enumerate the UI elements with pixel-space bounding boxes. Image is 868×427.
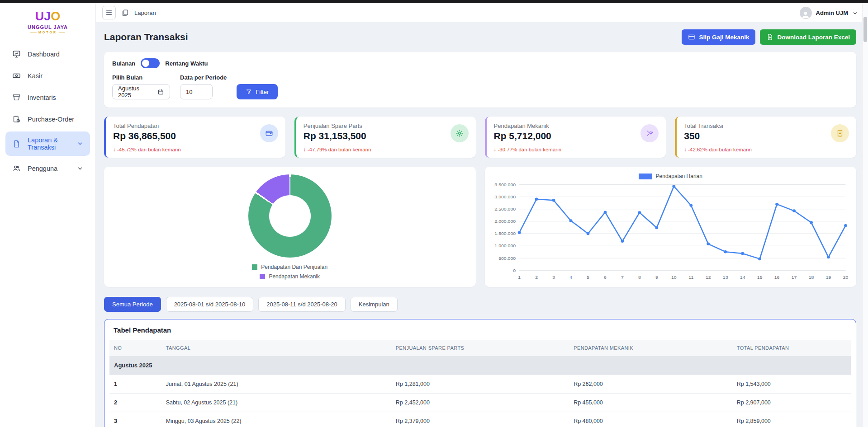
receipt-icon: [831, 124, 849, 142]
wallet-icon: [260, 124, 278, 142]
cell-pendapatan-mekanik: Rp 262,000: [569, 375, 732, 394]
sidebar-item-label: Laporan & Transaksi: [28, 136, 70, 151]
sidebar-toggle-button[interactable]: [102, 6, 116, 19]
toggle-label-bulanan: Bulanan: [112, 60, 135, 67]
daily-revenue-chart-card: Pendapatan Harian 0500.0001.000.0001.500…: [485, 167, 857, 287]
tab-kesimpulan[interactable]: Kesimpulan: [351, 297, 398, 312]
line-legend-swatch: [639, 174, 652, 179]
documents-icon: [121, 9, 129, 17]
stat-delta: ↓ -42.62% dari bulan kemarin: [684, 147, 849, 152]
avatar: [800, 7, 812, 19]
tools-icon: [640, 124, 659, 142]
sidebar-item-label: Purchase-Order: [28, 116, 74, 123]
data-per-periode-input[interactable]: [180, 84, 213, 99]
cell-tanggal: Sabtu, 02 Agustus 2025 (21): [161, 394, 391, 412]
revenue-composition-chart-card: Pendapatan Dari PenjualanPendapatan Meka…: [104, 167, 476, 287]
chevron-down-icon: [77, 165, 83, 172]
svg-text:1.500.000: 1.500.000: [494, 231, 516, 236]
tab-2025-08-01-s-d-2025-08-10[interactable]: 2025-08-01 s/d 2025-08-10: [166, 297, 254, 312]
inventory-icon: [12, 93, 21, 102]
stat-card-penjualan-spare-parts: Penjualan Spare PartsRp 31,153,500↓ -47.…: [294, 117, 476, 158]
sidebar-item-laporan-transaksi[interactable]: Laporan & Transaksi: [5, 131, 90, 156]
month-picker[interactable]: Agustus 2025: [112, 84, 170, 99]
svg-text:6: 6: [604, 275, 607, 280]
donut-chart[interactable]: [248, 174, 332, 258]
column-header-tanggal: TANGGAL: [161, 340, 391, 356]
svg-text:1.000.000: 1.000.000: [494, 244, 516, 249]
sidebar-item-kasir[interactable]: Kasir: [5, 66, 90, 85]
svg-text:19: 19: [825, 275, 831, 280]
gear-icon: [451, 124, 469, 142]
legend-label: Pendapatan Mekanik: [269, 273, 320, 280]
sidebar-item-purchase-order[interactable]: Purchase-Order: [5, 110, 90, 128]
legend-swatch: [252, 264, 257, 270]
sidebar-item-label: Dashboard: [28, 51, 60, 58]
page-scrollbar[interactable]: [862, 3, 868, 427]
stats-row: Total PendapatanRp 36,865,500↓ -45.72% d…: [104, 117, 856, 158]
window-top-strip: [0, 0, 868, 3]
month-value: Agustus 2025: [118, 85, 153, 99]
legend-item-pendapatan-mekanik[interactable]: Pendapatan Mekanik: [260, 273, 320, 280]
svg-text:500.000: 500.000: [498, 256, 516, 261]
svg-text:9: 9: [655, 275, 658, 280]
sidebar-item-inventaris[interactable]: Inventaris: [5, 88, 90, 107]
svg-text:14: 14: [740, 275, 745, 280]
filter-button[interactable]: Filter: [237, 84, 278, 99]
svg-text:16: 16: [774, 275, 779, 280]
download-laporan-excel-button[interactable]: Download Laporan Excel: [760, 29, 856, 45]
svg-text:17: 17: [791, 275, 797, 280]
line-chart[interactable]: 0500.0001.000.0001.500.0002.000.0002.500…: [489, 180, 852, 282]
svg-text:3.500.000: 3.500.000: [494, 182, 516, 187]
cell-total-pendapatan: Rp 1,543,000: [732, 375, 851, 394]
user-name: Admin UJM: [816, 9, 849, 16]
logo-tagline: MOTOR: [0, 31, 95, 34]
period-field-label: Data per Periode: [180, 74, 227, 81]
table-header: NOTANGGALPENJUALAN SPARE PARTSPENDAPATAN…: [109, 340, 851, 356]
toggle-label-rentang-waktu: Rentang Waktu: [165, 60, 208, 67]
dashboard-icon: [12, 50, 21, 58]
column-header-penjualan-spare-parts: PENJUALAN SPARE PARTS: [391, 340, 569, 356]
stat-value: 350: [684, 131, 849, 141]
users-icon: [12, 164, 21, 173]
cell-pendapatan-mekanik: Rp 455,000: [569, 394, 732, 412]
legend-item-pendapatan-dari-penjualan[interactable]: Pendapatan Dari Penjualan: [252, 264, 327, 270]
svg-text:2: 2: [535, 275, 538, 280]
revenue-table: NOTANGGALPENJUALAN SPARE PARTSPENDAPATAN…: [109, 340, 851, 427]
filter-panel: Bulanan Rentang Waktu Pilih Bulan Agustu…: [104, 52, 856, 108]
legend-label: Pendapatan Dari Penjualan: [261, 264, 327, 270]
cell-tanggal: Minggu, 03 Agustus 2025 (22): [161, 412, 391, 427]
svg-text:5: 5: [587, 275, 589, 280]
stat-delta: ↓ -47.79% dari bulan kemarin: [304, 147, 469, 152]
donut-legend: Pendapatan Dari PenjualanPendapatan Meka…: [252, 264, 327, 280]
tab-2025-08-11-s-d-2025-08-20[interactable]: 2025-08-11 s/d 2025-08-20: [258, 297, 346, 312]
stat-value: Rp 36,865,500: [113, 131, 278, 141]
cell-no: 3: [109, 412, 161, 427]
cell-penjualan-spare-parts: Rp 2,379,000: [391, 412, 569, 427]
funnel-icon: [246, 89, 252, 95]
stat-delta: ↓ -30.77% dari bulan kemarin: [494, 147, 659, 152]
cell-no: 2: [109, 394, 161, 412]
filter-button-label: Filter: [256, 89, 269, 95]
svg-text:15: 15: [757, 275, 762, 280]
stat-card-total-transaksi: Total Transaksi350↓ -42.62% dari bulan k…: [675, 117, 856, 158]
user-menu[interactable]: Admin UJM: [800, 7, 859, 19]
cell-penjualan-spare-parts: Rp 1,281,000: [391, 375, 569, 394]
brand-logo: UJO UNGGUL JAYA MOTOR: [0, 10, 95, 34]
logo-uj: UJ: [35, 9, 51, 23]
logo-subtitle: UNGGUL JAYA: [0, 24, 95, 30]
slip-gaji-mekanik-button[interactable]: Slip Gaji Mekanik: [682, 29, 755, 45]
sidebar-item-pengguna[interactable]: Pengguna: [5, 159, 90, 178]
line-chart-legend[interactable]: Pendapatan Harian: [489, 173, 852, 179]
column-header-total-pendapatan: TOTAL PENDAPATAN: [732, 340, 851, 356]
period-tabs: Semua Periode2025-08-01 s/d 2025-08-1020…: [104, 297, 856, 312]
sidebar-item-dashboard[interactable]: Dashboard: [5, 45, 90, 63]
period-mode-toggle[interactable]: [141, 58, 160, 68]
svg-text:7: 7: [621, 275, 623, 280]
toggle-knob: [142, 60, 149, 67]
tab-semua-periode[interactable]: Semua Periode: [104, 297, 161, 312]
scrollbar-thumb[interactable]: [863, 17, 867, 42]
svg-text:1: 1: [518, 275, 521, 280]
chevron-down-icon: [77, 141, 83, 147]
cell-tanggal: Jumat, 01 Agustus 2025 (21): [161, 375, 391, 394]
revenue-table-card: Tabel Pendapatan NOTANGGALPENJUALAN SPAR…: [104, 319, 856, 427]
